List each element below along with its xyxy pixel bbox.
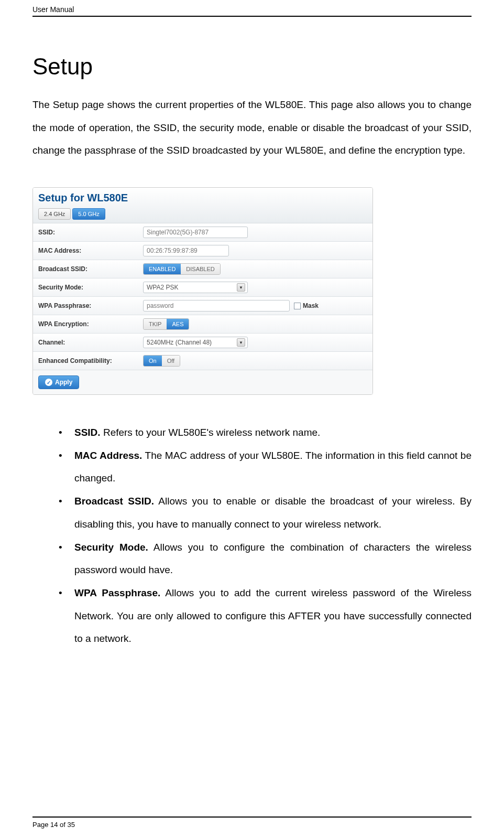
page-number: Page 14 of 35	[32, 821, 472, 829]
header-rule	[32, 16, 472, 17]
header-doc-title: User Manual	[32, 5, 472, 16]
row-ssid: SSID:	[33, 223, 372, 242]
term-security: Security Mode.	[74, 542, 148, 553]
security-mode-value: WPA2 PSK	[147, 284, 178, 291]
toggle-encryption[interactable]: TKIP AES	[143, 318, 189, 330]
row-broadcast: Broadcast SSID: ENABLED DISABLED	[33, 260, 372, 278]
apply-button[interactable]: ✓ Apply	[38, 375, 79, 389]
term-mac: MAC Address.	[74, 450, 142, 461]
bullet-ssid: SSID. Refers to your WL580E's wireless n…	[59, 421, 472, 444]
bullet-passphrase: WPA Passphrase. Allows you to add the cu…	[59, 582, 472, 650]
label-passphrase: WPA Passphrase:	[38, 302, 143, 309]
row-compat: Enhanced Compatibility: On Off	[33, 352, 372, 370]
dropdown-arrow-icon: ▼	[237, 283, 245, 292]
input-passphrase[interactable]	[143, 300, 290, 311]
bullet-broadcast: Broadcast SSID. Allows you to enable or …	[59, 490, 472, 535]
toggle-broadcast[interactable]: ENABLED DISABLED	[143, 263, 221, 275]
encryption-tkip[interactable]: TKIP	[144, 319, 167, 329]
input-mac	[143, 245, 229, 256]
label-security-mode: Security Mode:	[38, 284, 143, 291]
label-channel: Channel:	[38, 339, 143, 346]
intro-paragraph: The Setup page shows the current propert…	[32, 93, 472, 162]
row-encryption: WPA Encryption: TKIP AES	[33, 315, 372, 334]
mask-checkbox[interactable]	[294, 303, 301, 309]
term-ssid: SSID.	[74, 427, 101, 438]
band-tabs: 2.4 GHz 5.0 GHz	[38, 208, 367, 220]
toggle-compat[interactable]: On Off	[143, 355, 180, 367]
term-passphrase: WPA Passphrase.	[74, 587, 160, 598]
label-compat: Enhanced Compatibility:	[38, 357, 143, 364]
row-channel: Channel: 5240MHz (Channel 48) ▼	[33, 334, 372, 352]
dropdown-arrow-icon: ▼	[237, 338, 245, 347]
screenshot-header: Setup for WL580E 2.4 GHz 5.0 GHz	[33, 188, 372, 223]
label-broadcast: Broadcast SSID:	[38, 265, 143, 273]
compat-off[interactable]: Off	[162, 356, 180, 366]
row-security-mode: Security Mode: WPA2 PSK ▼	[33, 278, 372, 297]
setup-screenshot: Setup for WL580E 2.4 GHz 5.0 GHz SSID: M…	[32, 187, 373, 395]
select-security-mode[interactable]: WPA2 PSK ▼	[143, 282, 248, 293]
compat-on[interactable]: On	[144, 356, 162, 366]
description-list: SSID. Refers to your WL580E's wireless n…	[32, 421, 472, 650]
broadcast-enabled[interactable]: ENABLED	[144, 264, 181, 274]
page-title: Setup	[32, 53, 472, 80]
row-mac: MAC Address:	[33, 242, 372, 260]
channel-value: 5240MHz (Channel 48)	[147, 339, 212, 346]
input-ssid[interactable]	[143, 227, 248, 238]
tab-24ghz[interactable]: 2.4 GHz	[38, 208, 71, 220]
mask-control[interactable]: Mask	[294, 302, 319, 309]
row-passphrase: WPA Passphrase: Mask	[33, 297, 372, 315]
label-mac: MAC Address:	[38, 247, 143, 254]
bullet-mac: MAC Address. The MAC address of your WL5…	[59, 444, 472, 490]
footer-rule	[32, 816, 472, 818]
select-channel[interactable]: 5240MHz (Channel 48) ▼	[143, 337, 248, 348]
label-ssid: SSID:	[38, 229, 143, 236]
bullet-security: Security Mode. Allows you to configure t…	[59, 536, 472, 582]
encryption-aes[interactable]: AES	[167, 319, 189, 329]
term-broadcast: Broadcast SSID.	[74, 496, 154, 507]
label-encryption: WPA Encryption:	[38, 320, 143, 328]
footer: Page 14 of 35	[32, 816, 472, 829]
screenshot-title: Setup for WL580E	[38, 192, 367, 204]
mask-label: Mask	[303, 302, 319, 309]
check-icon: ✓	[45, 379, 52, 386]
broadcast-disabled[interactable]: DISABLED	[181, 264, 220, 274]
tab-50ghz[interactable]: 5.0 GHz	[72, 208, 105, 220]
apply-label: Apply	[55, 379, 72, 386]
text-ssid: Refers to your WL580E's wireless network…	[101, 427, 321, 438]
